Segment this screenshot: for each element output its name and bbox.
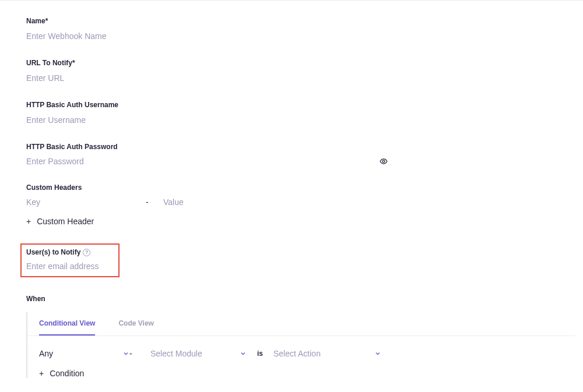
tab-code-view[interactable]: Code View [118, 312, 153, 336]
name-input[interactable] [26, 31, 557, 41]
username-label: HTTP Basic Auth Username [26, 101, 557, 109]
plus-icon: + [39, 369, 44, 378]
header-dash: - [146, 197, 163, 207]
plus-icon: + [26, 217, 31, 226]
add-custom-header-label: Custom Header [37, 217, 94, 226]
when-label: When [26, 295, 557, 303]
eye-icon[interactable] [380, 157, 388, 165]
add-custom-header-button[interactable]: + Custom Header [26, 217, 557, 226]
svg-point-0 [382, 160, 385, 163]
condition-is: is [247, 349, 273, 358]
add-condition-label: Condition [50, 369, 84, 378]
tab-conditional-view[interactable]: Conditional View [39, 312, 95, 336]
help-icon[interactable]: ? [83, 249, 90, 256]
name-label: Name* [26, 17, 557, 25]
header-key-input[interactable] [26, 197, 146, 207]
header-value-input[interactable] [163, 197, 315, 207]
password-input[interactable] [26, 157, 380, 166]
add-condition-button[interactable]: + Condition [27, 358, 557, 378]
url-input[interactable] [26, 73, 557, 83]
url-label: URL To Notify* [26, 59, 557, 67]
condition-type-dropdown[interactable]: Any [39, 349, 129, 358]
chevron-down-icon [240, 350, 247, 357]
password-label: HTTP Basic Auth Password [26, 143, 557, 151]
chevron-down-icon [122, 350, 129, 357]
chevron-down-icon [374, 350, 381, 357]
condition-row: Any - Select Module is Select Action [27, 336, 557, 358]
action-dropdown[interactable]: Select Action [273, 349, 381, 358]
users-notify-input[interactable] [26, 262, 114, 271]
username-input[interactable] [26, 115, 557, 125]
condition-dash: - [129, 349, 150, 358]
custom-headers-label: Custom Headers [26, 183, 557, 192]
users-notify-label: User(s) to Notify ? [26, 248, 114, 256]
module-dropdown[interactable]: Select Module [150, 349, 247, 358]
